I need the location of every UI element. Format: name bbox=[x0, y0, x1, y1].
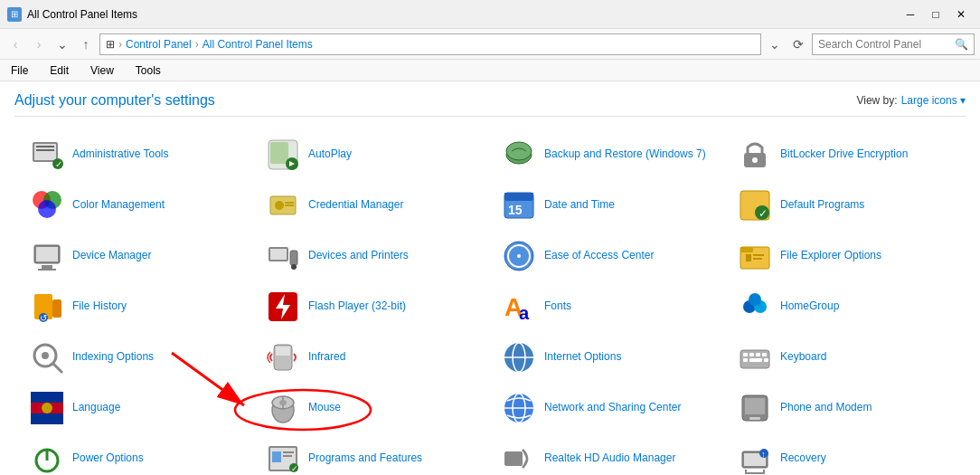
list-item[interactable]: ✓ Default Programs bbox=[730, 182, 958, 229]
list-item[interactable]: Power Options bbox=[22, 435, 250, 475]
list-item[interactable]: AutoPlay bbox=[258, 131, 486, 178]
svg-rect-65 bbox=[749, 353, 754, 356]
svg-text:↑: ↑ bbox=[761, 450, 766, 459]
svg-point-18 bbox=[275, 201, 284, 210]
internet-icon bbox=[501, 339, 537, 375]
icon-label: Color Management bbox=[72, 198, 165, 213]
list-item[interactable]: ↑ Recovery bbox=[730, 435, 958, 475]
breadcrumb-all-items[interactable]: All Control Panel Items bbox=[203, 38, 313, 51]
address-input[interactable]: ⊞ › Control Panel › All Control Panel It… bbox=[99, 33, 761, 55]
svg-rect-91 bbox=[283, 455, 292, 457]
refresh-button[interactable]: ⟳ bbox=[788, 34, 808, 54]
svg-rect-42 bbox=[753, 254, 764, 256]
icon-label: Language bbox=[72, 401, 120, 415]
list-item[interactable]: Ease of Access Center bbox=[494, 233, 722, 280]
list-item[interactable]: Infrared bbox=[258, 334, 486, 381]
list-item[interactable]: BitLocker Drive Encryption bbox=[730, 131, 958, 178]
svg-rect-31 bbox=[38, 269, 56, 271]
menu-edit[interactable]: Edit bbox=[46, 62, 72, 79]
svg-rect-89 bbox=[272, 451, 281, 462]
list-item[interactable]: Keyboard bbox=[730, 334, 958, 381]
default-icon: ✓ bbox=[737, 187, 773, 223]
list-item[interactable]: Aa Fonts bbox=[494, 283, 722, 330]
maximize-button[interactable]: □ bbox=[924, 5, 947, 24]
phone-icon bbox=[737, 390, 773, 426]
menu-file[interactable]: File bbox=[7, 62, 32, 79]
list-item[interactable]: Flash Player (32-bit) bbox=[258, 283, 486, 330]
list-item[interactable]: ✓ Administrative Tools bbox=[22, 131, 250, 178]
icon-label: AutoPlay bbox=[308, 147, 352, 162]
svg-point-11 bbox=[506, 142, 532, 160]
homegroup-icon bbox=[737, 289, 773, 325]
svg-rect-45 bbox=[52, 299, 61, 318]
dropdown-history-button[interactable]: ⌄ bbox=[765, 34, 785, 54]
minimize-button[interactable]: ─ bbox=[899, 5, 922, 24]
svg-rect-29 bbox=[36, 247, 58, 261]
svg-text:15: 15 bbox=[508, 203, 523, 217]
svg-rect-83 bbox=[745, 398, 765, 414]
list-item[interactable]: File Explorer Options bbox=[730, 233, 958, 280]
list-item[interactable]: ↺ File History bbox=[22, 283, 250, 330]
icon-label: Recovery bbox=[780, 451, 826, 466]
menu-view[interactable]: View bbox=[87, 62, 118, 79]
svg-rect-40 bbox=[740, 247, 753, 252]
icon-label: Default Programs bbox=[780, 198, 864, 213]
svg-point-74 bbox=[42, 403, 52, 413]
filehist-icon: ↺ bbox=[29, 289, 65, 325]
network-icon bbox=[501, 390, 537, 426]
icon-label: Flash Player (32-bit) bbox=[308, 299, 406, 314]
svg-rect-2 bbox=[36, 146, 54, 147]
list-item[interactable]: Network and Sharing Center bbox=[494, 385, 722, 432]
list-item[interactable]: Phone and Modem bbox=[730, 385, 958, 432]
svg-point-35 bbox=[291, 264, 297, 270]
svg-rect-73 bbox=[31, 413, 63, 424]
icon-label: Credential Manager bbox=[308, 198, 403, 213]
backup-icon bbox=[501, 137, 537, 173]
flash-icon bbox=[265, 289, 301, 325]
menu-bar: File Edit View Tools bbox=[0, 60, 980, 81]
list-item[interactable]: HomeGroup bbox=[730, 283, 958, 330]
back-button[interactable]: ‹ bbox=[5, 34, 25, 54]
icon-label: Network and Sharing Center bbox=[544, 401, 681, 415]
list-item[interactable]: 15 Date and Time bbox=[494, 182, 722, 229]
list-item[interactable]: ✓ Programs and Features bbox=[258, 435, 486, 475]
view-by-label: View by: bbox=[856, 94, 897, 107]
icon-label: Indexing Options bbox=[72, 350, 154, 365]
svg-rect-23 bbox=[504, 193, 533, 196]
svg-rect-94 bbox=[504, 451, 523, 466]
credential-icon bbox=[265, 187, 301, 223]
list-item[interactable]: Color Management bbox=[22, 182, 250, 229]
svg-rect-84 bbox=[749, 417, 760, 420]
list-item[interactable]: Realtek HD Audio Manager bbox=[494, 435, 722, 475]
color-icon bbox=[29, 187, 65, 223]
list-item[interactable]: Credential Manager bbox=[258, 182, 486, 229]
list-item[interactable]: Mouse bbox=[258, 385, 486, 432]
close-button[interactable]: ✕ bbox=[949, 5, 973, 24]
search-box[interactable]: 🔍 bbox=[812, 33, 975, 55]
list-item[interactable]: Device Manager bbox=[22, 233, 250, 280]
breadcrumb-control-panel[interactable]: Control Panel bbox=[126, 38, 192, 51]
forward-button[interactable]: › bbox=[29, 34, 49, 54]
view-mode-selector[interactable]: Large icons ▾ bbox=[901, 94, 966, 107]
svg-text:↺: ↺ bbox=[40, 313, 47, 323]
list-item[interactable]: Devices and Printers bbox=[258, 233, 486, 280]
icon-label: Realtek HD Audio Manager bbox=[544, 451, 675, 466]
svg-rect-66 bbox=[756, 353, 760, 356]
up-button[interactable]: ↑ bbox=[76, 34, 96, 54]
app-icon: ⊞ bbox=[7, 7, 22, 22]
dropdown-button[interactable]: ⌄ bbox=[52, 34, 72, 54]
breadcrumb-sep: › bbox=[118, 38, 122, 51]
svg-rect-43 bbox=[753, 258, 762, 260]
list-item[interactable]: Backup and Restore (Windows 7) bbox=[494, 131, 722, 178]
menu-tools[interactable]: Tools bbox=[132, 62, 165, 79]
ease-icon bbox=[501, 238, 537, 274]
list-item[interactable]: Language bbox=[22, 385, 250, 432]
icon-label: BitLocker Drive Encryption bbox=[780, 147, 908, 162]
svg-rect-30 bbox=[42, 265, 52, 269]
search-input[interactable] bbox=[818, 38, 951, 51]
svg-point-38 bbox=[517, 254, 521, 258]
list-item[interactable]: Indexing Options bbox=[22, 334, 250, 381]
list-item[interactable]: Internet Options bbox=[494, 334, 722, 381]
bitlocker-icon bbox=[737, 137, 773, 173]
devices-icon bbox=[265, 238, 301, 274]
